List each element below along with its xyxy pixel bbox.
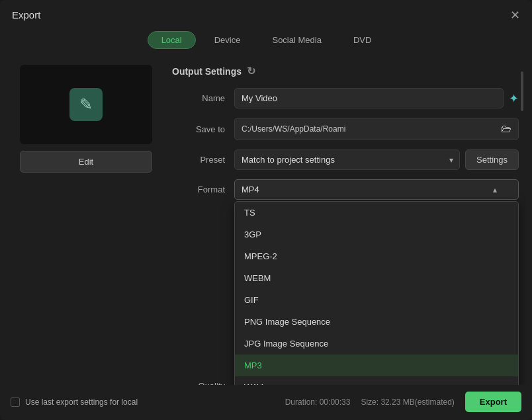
output-settings-label: Output Settings (172, 66, 242, 77)
tab-device[interactable]: Device (201, 31, 254, 49)
format-label: Format (172, 185, 225, 194)
preset-select[interactable]: Match to project settings (234, 149, 460, 170)
name-label: Name (172, 93, 225, 103)
dropdown-item-mpeg2[interactable]: MPEG-2 (235, 245, 518, 267)
duration-label: Duration: 00:00:33 (285, 398, 351, 407)
export-button[interactable]: Export (465, 392, 521, 412)
check-label: Use last export settings for local (25, 398, 138, 407)
dropdown-item-webm[interactable]: WEBM (235, 267, 518, 289)
tabs-bar: Local Device Social Media DVD (0, 27, 532, 58)
format-chevron-up-icon: ▴ (493, 185, 497, 194)
save-to-path-wrap: C:/Users/WS/AppData/Roami 🗁 (234, 118, 519, 140)
dropdown-item-png-seq[interactable]: PNG Image Sequence (235, 311, 518, 333)
tab-dvd[interactable]: DVD (340, 31, 384, 49)
tab-local[interactable]: Local (148, 31, 196, 49)
output-settings-header: Output Settings ↻ (172, 65, 519, 77)
format-dropdown-list: TS 3GP MPEG-2 WEBM GIF PNG Image Sequenc… (234, 201, 519, 385)
format-select-wrap: MP4 ▴ TS 3GP MPEG-2 WEBM GIF PNG Image S… (234, 179, 519, 200)
format-selected-value: MP4 (242, 185, 259, 194)
bottom-bar: Use last export settings for local Durat… (0, 385, 532, 420)
edit-button[interactable]: Edit (20, 151, 152, 173)
dropdown-item-3gp[interactable]: 3GP (235, 224, 518, 245)
format-select-box[interactable]: MP4 ▴ (234, 179, 519, 200)
preset-select-wrap: Match to project settings ▾ (234, 149, 460, 170)
pencil-icon: ✎ (79, 95, 93, 114)
check-wrap: Use last export settings for local (11, 398, 138, 407)
folder-icon[interactable]: 🗁 (501, 123, 511, 135)
bottom-meta-wrap: Duration: 00:00:33 Size: 32.23 MB(estima… (285, 392, 521, 412)
ai-icon[interactable]: ✦ (509, 91, 519, 106)
scrollbar[interactable] (520, 58, 524, 385)
save-to-path: C:/Users/WS/AppData/Roami (242, 124, 496, 134)
tab-social-media[interactable]: Social Media (259, 31, 334, 49)
dropdown-item-gif[interactable]: GIF (235, 289, 518, 311)
left-panel: ✎ Edit (7, 58, 165, 385)
window-title: Export (12, 9, 40, 21)
quality-label: Quality (172, 381, 225, 385)
preview-icon: ✎ (69, 88, 103, 121)
format-row: Format MP4 ▴ TS 3GP MPEG-2 WEBM GIF PNG … (172, 179, 519, 200)
settings-button[interactable]: Settings (465, 149, 519, 170)
save-to-label: Save to (172, 124, 225, 134)
close-button[interactable]: ✕ (510, 10, 520, 21)
save-to-row: Save to C:/Users/WS/AppData/Roami 🗁 (172, 118, 519, 140)
title-bar: Export ✕ (0, 0, 532, 27)
refresh-icon[interactable]: ↻ (247, 65, 255, 77)
main-content: ✎ Edit Output Settings ↻ Name ✦ Save to (0, 58, 532, 385)
preset-label: Preset (172, 155, 225, 165)
preset-row: Preset Match to project settings ▾ Setti… (172, 149, 519, 170)
dropdown-item-jpg-seq[interactable]: JPG Image Sequence (235, 333, 518, 355)
name-row: Name ✦ (172, 88, 519, 108)
dropdown-item-mp3[interactable]: MP3 (235, 355, 518, 376)
preview-box: ✎ (20, 65, 152, 144)
size-label: Size: 32.23 MB(estimated) (361, 398, 454, 407)
scrollbar-thumb (521, 71, 523, 111)
dropdown-item-ts[interactable]: TS (235, 202, 518, 224)
dropdown-item-wav[interactable]: WAV (235, 376, 518, 385)
name-input[interactable] (234, 88, 504, 108)
use-last-settings-checkbox[interactable] (11, 398, 20, 407)
export-window: Export ✕ Local Device Social Media DVD ✎… (0, 0, 532, 420)
right-panel: Output Settings ↻ Name ✦ Save to C:/User… (165, 58, 525, 385)
